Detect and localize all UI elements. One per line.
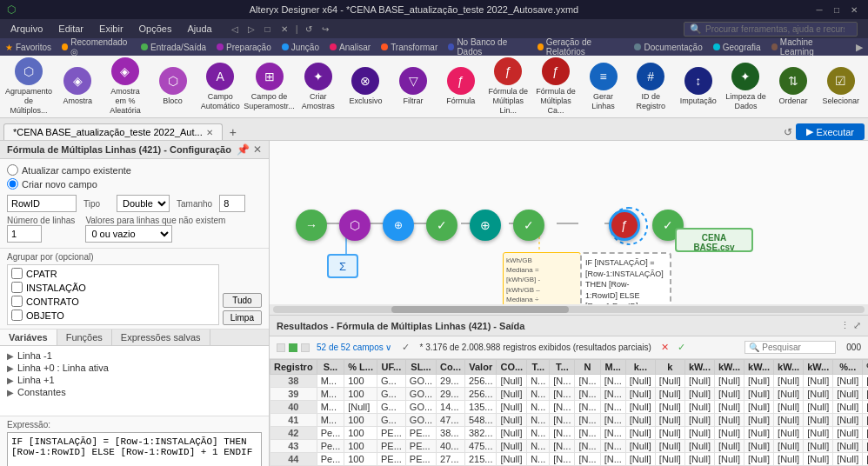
tool-campo-auto[interactable]: A Campo Automático: [198, 60, 243, 114]
fav-recomendado[interactable]: Recomendado ◎: [62, 38, 130, 56]
results-expand-icon[interactable]: ⤢: [853, 320, 861, 331]
checkbox-contrato[interactable]: CONTRATO: [10, 295, 217, 308]
tool-limpeza-dados[interactable]: ✦ Limpeza de Dados: [724, 60, 768, 114]
fav-analisar[interactable]: Analisar: [330, 43, 371, 52]
toolbar-icon-4[interactable]: ✕: [277, 22, 291, 36]
node-3[interactable]: ⊕: [383, 210, 414, 241]
clear-filter-icon[interactable]: ✕: [658, 341, 672, 355]
var-item-linha-plus1[interactable]: ▶ Linha +1: [5, 374, 264, 386]
radio-create[interactable]: Criar novo campo: [7, 178, 262, 190]
results-search-input[interactable]: [762, 343, 831, 352]
close-button[interactable]: ✕: [847, 3, 861, 17]
menu-arquivo[interactable]: Arquivo: [3, 22, 50, 36]
checkbox-contrato-input[interactable]: [11, 296, 23, 307]
node-2[interactable]: ⬡: [339, 210, 371, 241]
tool-formula[interactable]: ƒ Fórmula: [438, 64, 483, 109]
fav-juncao[interactable]: Junção: [282, 43, 319, 52]
tool-filtrar[interactable]: ▽ Filtrar: [391, 64, 436, 109]
var-tab-funcoes[interactable]: Funções: [57, 330, 112, 345]
var-item-linha-minus1[interactable]: ▶ Linha -1: [5, 350, 264, 362]
tool-id-registro[interactable]: # ID de Registro: [629, 60, 673, 114]
btn-tudo[interactable]: Tudo: [223, 293, 262, 308]
tool-imputacao[interactable]: ↕ Imputação: [677, 64, 721, 109]
tool-gerar-linhas[interactable]: ≡ Gerar Linhas: [581, 60, 625, 114]
tool-ordenar[interactable]: ⇅ Ordenar: [771, 64, 816, 109]
data-table[interactable]: Registro S... % L... UF... SL... Co... V…: [270, 359, 868, 466]
run-button[interactable]: ▶ Executar: [796, 123, 865, 140]
radio-update-input[interactable]: [7, 164, 18, 176]
apply-filter-icon[interactable]: ✓: [675, 341, 689, 355]
node-6[interactable]: ✓: [513, 210, 544, 241]
tool-campo-super[interactable]: ⊞ Campo de Superamostr...: [246, 60, 293, 114]
toolbar-icon-redo[interactable]: ↪: [318, 22, 332, 36]
var-item-linha-0[interactable]: ▶ Linha +0 : Linha ativa: [5, 362, 264, 374]
checkbox-cpatr-input[interactable]: [11, 268, 23, 279]
tool-exclusivo[interactable]: ⊗ Exclusivo: [344, 64, 388, 109]
tool-selecionar[interactable]: ☑ Selecionar: [818, 64, 863, 109]
var-tab-variaveis[interactable]: Variáves: [0, 330, 57, 345]
tool-bloco[interactable]: ⬡ Bloco: [150, 64, 195, 109]
var-tab-expr-salvas[interactable]: Expressões salvas: [112, 330, 210, 345]
fav-geografia[interactable]: Geografia: [713, 43, 761, 52]
tool-amostra-pct[interactable]: ◈ Amostra em % Aleatória: [103, 56, 148, 118]
toolbar-icon-3[interactable]: □: [261, 22, 275, 36]
checkbox-instalacao[interactable]: INSTALAÇÃO: [10, 281, 217, 294]
var-item-constantes[interactable]: ▶ Constantes: [5, 386, 264, 398]
checkbox-cpatr[interactable]: CPATR: [10, 267, 217, 280]
checkbox-objeto[interactable]: OBJETO: [10, 309, 217, 322]
field-count[interactable]: 52 de 52 campos ∨: [317, 343, 392, 352]
fav-transformar[interactable]: Transformar: [381, 43, 437, 52]
tool-criar-amostras[interactable]: ✦ Criar Amostras: [297, 60, 341, 114]
canvas-undo-icon[interactable]: ↺: [784, 126, 792, 138]
fav-relatorios[interactable]: Geração de Relatórios: [537, 38, 624, 56]
fav-preparacao[interactable]: Preparação: [217, 43, 271, 52]
panel-close-icon[interactable]: ✕: [253, 143, 262, 156]
menu-opcoes[interactable]: Opções: [132, 22, 179, 36]
fav-banco-dados[interactable]: No Banco de Dados: [448, 38, 526, 56]
node-1[interactable]: →: [296, 210, 327, 241]
panel-pin-icon[interactable]: 📌: [237, 143, 250, 156]
toolbar-icon-1[interactable]: ◁: [228, 22, 242, 36]
tab-main[interactable]: *CENA BASE_atualização_teste 2022_Aut...…: [3, 123, 223, 140]
menu-ajuda[interactable]: Ajuda: [180, 22, 218, 36]
field-name-input[interactable]: [7, 195, 77, 212]
minimize-button[interactable]: ─: [812, 3, 826, 17]
type-select[interactable]: Double String Int32: [117, 195, 170, 212]
tool-amostra[interactable]: ◈ Amostra: [56, 64, 100, 109]
size-input[interactable]: [219, 195, 245, 212]
tab-add-button[interactable]: +: [224, 124, 242, 140]
table-cell: 256...: [464, 388, 497, 401]
btn-limpa[interactable]: Limpa: [223, 310, 262, 325]
filter-icon-check[interactable]: ✓: [399, 341, 413, 355]
results-options-icon[interactable]: ⋮: [840, 320, 850, 331]
menu-editar[interactable]: Editar: [51, 22, 90, 36]
tool-agrupamento[interactable]: ⬡ Agrupamento de Múltiplos...: [5, 56, 52, 118]
checkbox-instalacao-input[interactable]: [11, 282, 23, 293]
fav-documentacao[interactable]: Documentação: [634, 43, 702, 52]
menu-exibir[interactable]: Exibir: [92, 22, 130, 36]
fav-entrada-saida[interactable]: Entrada/Saída: [141, 43, 206, 52]
search-input[interactable]: [705, 24, 845, 34]
toolbar-icon-undo[interactable]: ↺: [302, 22, 316, 36]
node-4[interactable]: ✓: [426, 210, 457, 241]
sigma-box[interactable]: Σ: [327, 254, 358, 278]
num-lines-input[interactable]: [7, 225, 42, 243]
tab-close-icon[interactable]: ✕: [206, 128, 213, 137]
maximize-button[interactable]: □: [830, 3, 844, 17]
null-val-select[interactable]: 0 ou vazio Null: [85, 225, 172, 243]
canvas[interactable]: → ⬡ ⊕ ✓ ⊕ ✓ ƒ ✓ Σ kWh/GBMediana =[kWh/GB…: [270, 141, 868, 315]
canvas-hscroll[interactable]: [270, 304, 868, 315]
table-cell: Pe...: [317, 427, 344, 440]
fav-machine-learning[interactable]: Machine Learning: [771, 38, 842, 56]
node-5[interactable]: ⊕: [470, 210, 501, 241]
radio-create-input[interactable]: [7, 178, 18, 190]
tool-formula-mult-lin[interactable]: ƒ Fórmula de Múltiplas Lin...: [486, 56, 531, 118]
expr-textarea[interactable]: IF [INSTALAÇÃO] = [Row-1:INSTALAÇÃO] THE…: [7, 432, 262, 466]
radio-update[interactable]: Atualizar campo existente: [7, 164, 262, 176]
fav-more[interactable]: ▶: [856, 42, 863, 53]
checkbox-objeto-input[interactable]: [11, 310, 23, 321]
toolbar-icon-2[interactable]: ▷: [244, 22, 258, 36]
node-formula-multi[interactable]: ƒ: [609, 210, 640, 241]
tool-formula-mult-ca[interactable]: ƒ Fórmula de Múltiplas Ca...: [534, 56, 578, 118]
fav-favoritos[interactable]: ★ Favoritos: [5, 43, 51, 52]
